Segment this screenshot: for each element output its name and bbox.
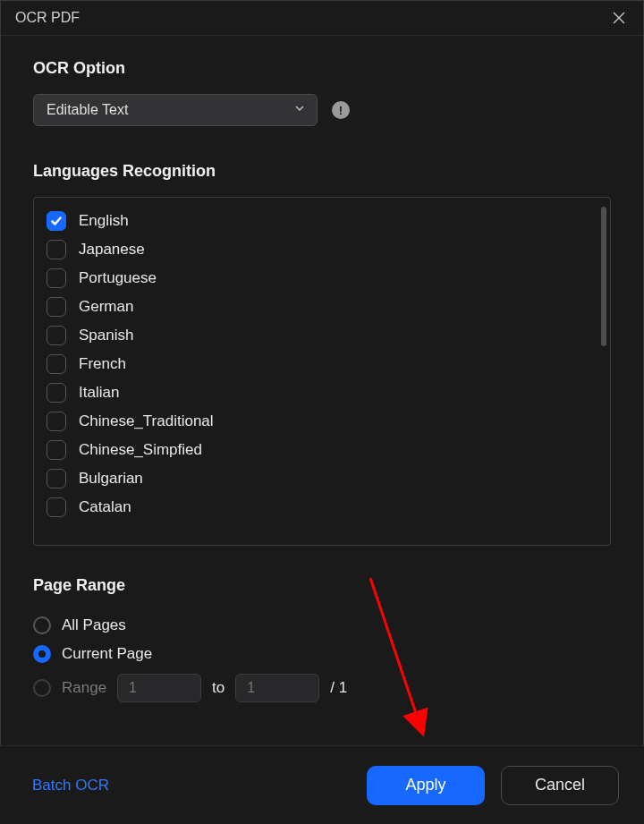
language-item: Italian <box>47 378 597 407</box>
radio-all-pages-label: All Pages <box>62 616 126 634</box>
radio-row-all: All Pages <box>33 611 611 640</box>
language-item: Chinese_Traditional <box>47 407 597 436</box>
language-item: English <box>47 207 597 235</box>
range-to-input[interactable] <box>235 674 319 702</box>
check-icon <box>50 215 63 227</box>
language-label: Japanese <box>79 241 145 259</box>
language-item: Japanese <box>47 235 597 264</box>
language-checkbox[interactable] <box>47 440 66 460</box>
close-button[interactable] <box>611 10 627 26</box>
ocr-option-row: Editable Text ! <box>33 94 611 126</box>
language-item: Bulgarian <box>47 464 597 493</box>
language-checkbox[interactable] <box>47 326 66 345</box>
ocr-option-selected: Editable Text <box>47 102 128 118</box>
language-item: German <box>47 293 597 321</box>
radio-row-range: Range to / 1 <box>33 668 611 708</box>
language-item: Spanish <box>47 321 597 350</box>
dialog-title: OCR PDF <box>15 10 80 26</box>
languages-label: Languages Recognition <box>33 162 611 181</box>
titlebar: OCR PDF <box>1 1 643 36</box>
radio-current-page-label: Current Page <box>62 645 152 663</box>
ocr-option-dropdown[interactable]: Editable Text <box>33 94 318 126</box>
language-item: French <box>47 350 597 378</box>
languages-list: EnglishJapanesePortugueseGermanSpanishFr… <box>34 198 610 545</box>
cancel-button[interactable]: Cancel <box>501 766 619 805</box>
languages-listbox: EnglishJapanesePortugueseGermanSpanishFr… <box>33 197 611 546</box>
language-checkbox[interactable] <box>47 354 66 374</box>
language-label: Chinese_Traditional <box>79 412 214 430</box>
page-range-label: Page Range <box>33 576 611 595</box>
batch-ocr-link[interactable]: Batch OCR <box>32 777 109 794</box>
language-label: German <box>79 298 133 316</box>
language-label: English <box>79 212 129 230</box>
radio-current-page[interactable] <box>33 645 51 663</box>
scrollbar[interactable] <box>601 207 606 346</box>
language-checkbox[interactable] <box>47 412 66 431</box>
range-to-separator: to <box>212 679 225 697</box>
info-icon[interactable]: ! <box>332 101 350 119</box>
ocr-option-label: OCR Option <box>33 59 611 78</box>
language-label: Catalan <box>79 498 131 516</box>
range-from-input[interactable] <box>117 674 201 702</box>
language-item: Chinese_Simpfied <box>47 436 597 464</box>
radio-range[interactable] <box>33 679 51 697</box>
radio-range-label: Range <box>62 679 106 697</box>
language-label: Chinese_Simpfied <box>79 441 202 459</box>
page-range-section: Page Range All Pages Current Page Range … <box>33 576 611 708</box>
language-label: Spanish <box>79 327 133 344</box>
language-item: Catalan <box>47 493 597 522</box>
language-checkbox[interactable] <box>47 297 66 317</box>
language-checkbox[interactable] <box>47 268 66 288</box>
dialog-footer: Batch OCR Apply Cancel <box>0 745 644 824</box>
language-checkbox[interactable] <box>47 469 66 488</box>
radio-row-current: Current Page <box>33 640 611 668</box>
language-label: Italian <box>79 384 119 402</box>
language-label: Portuguese <box>79 269 157 287</box>
language-checkbox[interactable] <box>47 383 66 403</box>
chevron-down-icon <box>293 102 306 118</box>
language-item: Portuguese <box>47 264 597 293</box>
language-label: French <box>79 355 126 373</box>
radio-all-pages[interactable] <box>33 616 51 634</box>
apply-button[interactable]: Apply <box>367 766 485 805</box>
language-label: Bulgarian <box>79 470 143 488</box>
dialog-content: OCR Option Editable Text ! Languages Rec… <box>1 36 643 735</box>
language-checkbox[interactable] <box>47 211 66 231</box>
range-total: / 1 <box>330 679 347 697</box>
close-icon <box>612 11 626 25</box>
language-checkbox[interactable] <box>47 240 66 259</box>
language-checkbox[interactable] <box>47 497 66 517</box>
